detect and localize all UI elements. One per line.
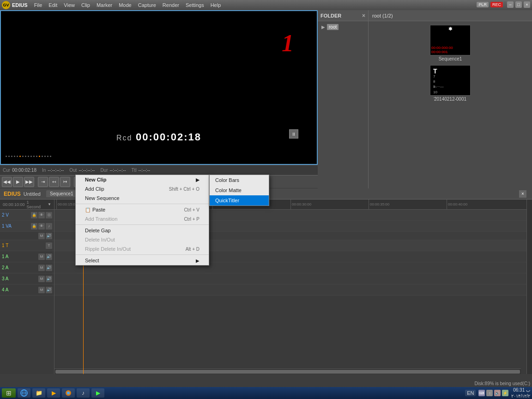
timeline-scrollbar-v[interactable] [526,200,532,374]
folder-panel: FOLDER × ▶ root [318,10,369,190]
menu-help[interactable]: Help [208,1,224,9]
menu-clip[interactable]: Clip [79,1,93,9]
ctx-new-clip[interactable]: New Clip ▶ [76,175,209,184]
minimize-button[interactable]: – [507,1,514,8]
firefox-icon [65,389,72,397]
ruler-mark: 00:00:35:00 [369,200,447,209]
preview-pause-button[interactable]: ⏸ [289,129,298,139]
toolbar-btn[interactable]: ⇥ [38,177,48,187]
track-3a: 3 A M 🔊 [0,273,54,284]
paste-icon: 📋 [85,207,91,212]
dur-value: --:--:--:-- [110,168,126,173]
ctx-delete-inout-label: Delete In/Out [85,237,115,242]
taskbar-lang: EN [465,390,476,396]
taskbar-music[interactable]: ♪ [77,388,90,398]
toolbar-btn[interactable]: ▶▶ [24,177,34,187]
track-vol-btn[interactable]: 🔊 [46,254,52,260]
bin-item-20140212[interactable]: T 78910— —···— 20140212-0001 [372,65,528,102]
toolbar-btn[interactable]: ↦ [60,177,70,187]
ctx-add-clip[interactable]: Add Clip Shift + Ctrl + O [76,184,209,193]
close-button[interactable]: × [524,1,530,8]
track-vol-btn[interactable]: 🔊 [46,276,52,282]
folder-close-button[interactable]: × [362,12,365,19]
track-lock-btn[interactable]: 🔒 [31,212,37,218]
submenu-color-matte[interactable]: Color Matte [210,185,269,195]
folder-item-root[interactable]: ▶ root [320,23,366,31]
ctx-paste-label: Paste [92,207,105,212]
taskbar-folder[interactable]: 📁 [32,388,45,398]
scrub-dot [33,156,35,157]
scrub-dot [14,156,15,157]
bin-item-name: Sequence1 [439,56,462,61]
track-number-1t: 1 T [2,243,15,248]
track-vol-btn[interactable]: 🔊 [46,265,52,271]
ctx-new-sequence[interactable]: New Sequence [76,193,209,203]
scale-arrow: ▼ [48,202,51,206]
track-2v: 2 V 🔒 👁 ⊡ [0,210,54,221]
ctx-select[interactable]: Select ▶ [76,256,209,265]
ruler-mark: 00:00:30:00 [290,200,369,209]
toolbar-btn[interactable]: ◀◀ [2,177,12,187]
taskbar-app[interactable]: ▶ [91,388,104,398]
track-4a: 4 A M 🔊 [0,284,54,296]
scrubber-bar[interactable] [6,154,312,158]
track-visible-btn[interactable]: 👁 [38,212,45,218]
sequence-tab[interactable]: Sequence1 [46,190,77,197]
track-vol-btn[interactable]: 🔊 [46,287,52,293]
preview-timecode: Rcd 00:00:02:18 [116,131,201,143]
ttl-value: --:--:-- [139,168,151,173]
taskbar-firefox[interactable] [62,388,75,398]
track-mute-btn[interactable]: M [38,265,45,271]
track-sync-btn[interactable]: ⊡ [46,212,52,218]
start-button[interactable]: ⊞ [2,388,16,398]
scrub-dot [17,156,18,157]
scrub-dot-active [19,156,21,157]
taskbar-ie[interactable] [18,388,30,398]
folder-header: FOLDER × [318,10,368,21]
scrollbar-thumb-h[interactable] [55,370,520,374]
taskbar-media[interactable]: ▶ [47,388,60,398]
track-mute-btn[interactable]: M [38,254,45,260]
track-vol-btn[interactable]: 🔊 [46,233,52,239]
toolbar-btn[interactable]: ↤ [49,177,59,187]
ctx-paste-shortcut: Ctrl + V [184,207,200,212]
track-1a: 1 A M 🔊 [0,251,54,262]
menu-edit[interactable]: Edit [46,1,60,9]
menu-settings[interactable]: Settings [183,1,207,9]
restore-button[interactable]: □ [515,1,522,8]
submenu-color-bars[interactable]: Color Bars [210,175,269,185]
app-logo: GV [2,1,10,9]
track-audio-btn[interactable]: ♪ [46,223,52,230]
menu-render[interactable]: Render [160,1,182,9]
track-visible-btn[interactable]: 👁 [38,223,45,230]
context-menu: New Clip ▶ Add Clip Shift + Ctrl + O New… [75,175,209,266]
menu-marker[interactable]: Marker [94,1,115,9]
timeline-close-button[interactable]: × [519,190,526,198]
timeline-scrollbar-h[interactable] [54,369,521,374]
scrub-dot [11,156,12,157]
track-2a: 2 A M 🔊 [0,262,54,273]
toolbar-btn[interactable]: ▶ [13,177,23,187]
menu-view[interactable]: View [61,1,78,9]
scrub-dot [44,156,46,157]
scrub-dot [30,156,32,157]
ctx-new-clip-label: New Clip [85,177,106,182]
track-lock-btn[interactable]: T [46,242,52,249]
menu-mode[interactable]: Mode [116,1,134,9]
ctx-paste[interactable]: 📋 Paste Ctrl + V [76,205,209,214]
bin-item-sequence1[interactable]: ✱ 00:00:000:0000:00:001 Sequence1 [372,25,528,61]
submenu-quicktitler[interactable]: QuickTitler [210,195,269,206]
ctx-delete-gap[interactable]: Delete Gap [76,226,209,235]
track-labels: 00:00:10:00 1 Second ▼ 2 V 🔒 👁 ⊡ 1 VA 🔒 … [0,200,54,374]
track-mute-btn[interactable]: M [38,287,45,293]
track-mute-btn[interactable]: M [38,276,45,282]
menu-capture[interactable]: Capture [135,1,159,9]
track-mute-btn[interactable]: M [38,233,45,239]
menu-file[interactable]: File [31,1,45,9]
scrub-dot-active [39,156,40,157]
track-lock-btn[interactable]: 🔒 [31,223,37,230]
track-icons-1a: M 🔊 [38,254,52,260]
time-display: 00:00:10:00 [3,202,25,207]
preview-counter: 1 [282,30,294,57]
scrub-dot [47,156,48,157]
